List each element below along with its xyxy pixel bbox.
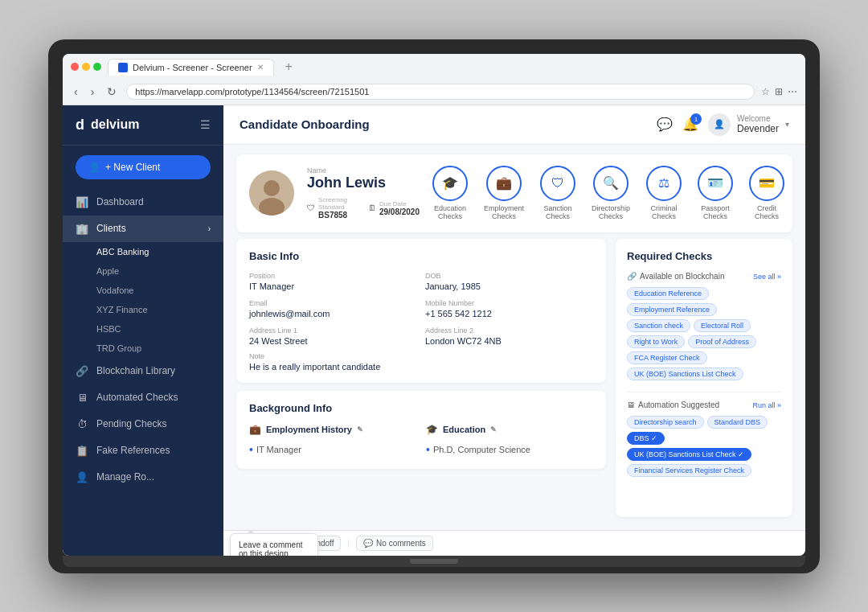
sidebar-item-vodafone[interactable]: Vodafone bbox=[63, 281, 223, 300]
laptop-screen: Delvium - Screener - Screener ✕ + ‹ › ↻ … bbox=[63, 54, 805, 556]
nav-refresh-button[interactable]: ↻ bbox=[104, 84, 120, 100]
field-dob-value: January, 1985 bbox=[425, 281, 593, 291]
sidebar-item-xyz-finance[interactable]: XYZ Finance bbox=[63, 300, 223, 319]
sidebar-item-fake-references[interactable]: 📋 Fake References bbox=[63, 437, 223, 464]
education-item-1: Ph.D, Computer Science bbox=[426, 442, 593, 458]
basic-info-grid: Position IT Manager DOB January, 1985 Em… bbox=[249, 272, 593, 346]
chevron-right-icon: › bbox=[208, 224, 211, 233]
sidebar-item-dashboard[interactable]: 📊 Dashboard bbox=[63, 189, 223, 216]
check-circle-education: 🎓 bbox=[432, 166, 468, 201]
check-credit[interactable]: 💳 CreditChecks bbox=[749, 166, 784, 222]
check-label-directorship: DirectorshipChecks bbox=[592, 204, 630, 222]
check-education[interactable]: 🎓 EducationChecks bbox=[432, 166, 468, 222]
laptop-base bbox=[63, 556, 805, 567]
candidate-info: Name John Lewis 🛡 Screening Standard BS7… bbox=[307, 166, 420, 220]
menu-icon[interactable]: ⋯ bbox=[788, 86, 797, 97]
automation-tags: Directorship search Standard DBS DBS ✓ U… bbox=[627, 416, 781, 477]
close-dot[interactable] bbox=[71, 63, 79, 71]
new-client-button[interactable]: 👤 + New Client bbox=[76, 155, 211, 179]
vodafone-label: Vodafone bbox=[96, 285, 134, 295]
automation-section-label: 🖥 Automation Suggested bbox=[627, 400, 719, 409]
tag-financial-services[interactable]: Financial Services Register Check bbox=[627, 464, 751, 477]
welcome-label: Welcome bbox=[737, 114, 779, 123]
tag-electoral[interactable]: Electoral Roll bbox=[694, 319, 751, 332]
user-chevron-icon[interactable]: ▾ bbox=[785, 120, 789, 129]
run-all-link[interactable]: Run all » bbox=[752, 401, 781, 409]
hamburger-icon[interactable]: ☰ bbox=[200, 118, 211, 131]
extension-icon[interactable]: ⊞ bbox=[775, 86, 783, 97]
sidebar-item-blockchain[interactable]: 🔗 Blockchain Library bbox=[63, 358, 223, 384]
check-sanction[interactable]: 🛡 SanctionChecks bbox=[540, 166, 575, 222]
tag-education-ref[interactable]: Education Reference bbox=[627, 287, 709, 300]
screening-icon: 🛡 bbox=[307, 203, 315, 212]
screening-label: Screening Standard bbox=[318, 196, 358, 211]
xyz-finance-label: XYZ Finance bbox=[96, 305, 148, 314]
sidebar-item-hsbc[interactable]: HSBC bbox=[63, 319, 223, 339]
check-passport[interactable]: 🪪 PassportChecks bbox=[698, 166, 733, 222]
check-circle-directorship: 🔍 bbox=[593, 166, 628, 201]
fake-ref-label: Fake References bbox=[96, 445, 170, 456]
automated-label: Automated Checks bbox=[96, 392, 178, 403]
sidebar-item-automated[interactable]: 🖥 Automated Checks bbox=[63, 384, 223, 411]
tag-uk-boe[interactable]: UK (BOE) Sanctions List Check bbox=[627, 368, 743, 380]
check-employment[interactable]: 💼 EmploymentChecks bbox=[484, 166, 524, 222]
basic-info-title: Basic Info bbox=[249, 250, 593, 262]
notification-area[interactable]: 🔔 1 bbox=[682, 117, 698, 132]
tag-proof-address[interactable]: Proof of Address bbox=[688, 335, 756, 348]
employment-section-icon: 💼 bbox=[249, 424, 261, 435]
check-label-credit: CreditChecks bbox=[755, 204, 779, 222]
tab-close-icon[interactable]: ✕ bbox=[257, 63, 264, 72]
candidate-card: Name John Lewis 🛡 Screening Standard BS7… bbox=[236, 154, 792, 233]
tag-sanction[interactable]: Sanction check bbox=[627, 319, 690, 332]
sidebar-item-clients[interactable]: 🏢 Clients › bbox=[63, 216, 223, 242]
address-bar[interactable]: https://marvelapp.com/prototype/1134564/… bbox=[126, 84, 755, 100]
sidebar-item-manage-roles[interactable]: 👤 Manage Ro... bbox=[63, 464, 223, 491]
chat-button[interactable]: 💬 bbox=[657, 117, 673, 132]
bookmark-icon[interactable]: ☆ bbox=[761, 86, 770, 97]
due-date-meta: 🗓 Due Date 29/08/2020 bbox=[368, 196, 420, 220]
education-edit-icon[interactable]: ✎ bbox=[490, 425, 497, 433]
required-checks-title: Required Checks bbox=[627, 250, 781, 262]
new-client-icon: 👤 bbox=[88, 162, 100, 173]
browser-tab[interactable]: Delvium - Screener - Screener ✕ bbox=[108, 59, 274, 76]
comment-tooltip: Leave a comment on this design bbox=[230, 533, 318, 556]
nav-forward-button[interactable]: › bbox=[88, 84, 98, 100]
check-directorship[interactable]: 🔍 DirectorshipChecks bbox=[592, 166, 630, 222]
sidebar-item-apple[interactable]: Apple bbox=[63, 261, 223, 281]
tag-uk-boe-auto[interactable]: UK (BOE) Sanctions List Check ✓ bbox=[627, 448, 751, 461]
field-address2: Address Line 2 London WC72 4NB bbox=[425, 327, 593, 346]
check-criminal[interactable]: ⚖ CriminalChecks bbox=[646, 166, 682, 222]
tag-directorship-search[interactable]: Directorship search bbox=[627, 416, 704, 429]
content-left: Basic Info Position IT Manager DOB Janua… bbox=[236, 239, 606, 516]
svg-point-1 bbox=[264, 180, 280, 196]
add-tab-icon[interactable]: + bbox=[280, 60, 297, 74]
main-content: Candidate Onboarding 💬 🔔 1 👤 Welcome Dev… bbox=[223, 105, 805, 556]
see-all-link[interactable]: See all » bbox=[753, 273, 781, 281]
sidebar-item-abc-banking[interactable]: ABC Banking bbox=[63, 242, 223, 261]
logo-icon: d bbox=[76, 117, 84, 133]
tag-fca[interactable]: FCA Register Check bbox=[627, 351, 707, 364]
tag-right-to-work[interactable]: Right to Work bbox=[627, 335, 685, 348]
due-date-label: Due Date bbox=[379, 200, 420, 207]
field-address1-label: Address Line 1 bbox=[249, 327, 417, 335]
tag-standard-dbs[interactable]: Standard DBS bbox=[707, 416, 768, 429]
automation-icon: 🖥 bbox=[627, 400, 635, 409]
blockchain-section-header: 🔗 Available on Blockchain See all » bbox=[627, 272, 781, 281]
tag-dbs-active[interactable]: DBS ✓ bbox=[627, 432, 665, 445]
employment-edit-icon[interactable]: ✎ bbox=[357, 425, 363, 433]
main-header: Candidate Onboarding 💬 🔔 1 👤 Welcome Dev… bbox=[223, 105, 805, 145]
minimize-dot[interactable] bbox=[82, 63, 90, 71]
field-email: Email johnlewis@mail.com bbox=[249, 299, 417, 318]
education-section-title: 🎓 Education ✎ bbox=[426, 424, 593, 435]
toolbar-separator-2: | bbox=[347, 539, 350, 548]
welcome-area: 👤 Welcome Devender ▾ bbox=[708, 113, 789, 136]
nav-back-button[interactable]: ‹ bbox=[71, 84, 81, 100]
sidebar-item-trd-group[interactable]: TRD Group bbox=[63, 339, 223, 358]
comments-button[interactable]: 💬 No comments bbox=[356, 536, 433, 551]
sidebar-item-pending[interactable]: ⏱ Pending Checks bbox=[63, 411, 223, 437]
check-label-education: EducationChecks bbox=[434, 204, 466, 222]
tag-employment-ref[interactable]: Employment Reference bbox=[627, 303, 717, 316]
maximize-dot[interactable] bbox=[93, 63, 101, 71]
check-circle-criminal: ⚖ bbox=[646, 166, 682, 201]
check-circle-sanction: 🛡 bbox=[540, 166, 575, 201]
